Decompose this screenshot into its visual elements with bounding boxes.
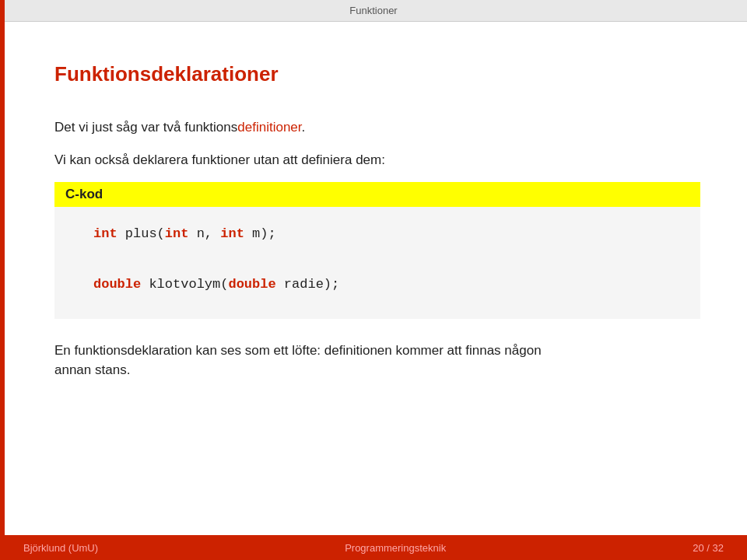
code-kw-int-2: int — [165, 226, 189, 241]
top-bar-title: Funktioner — [349, 5, 397, 16]
para1-before: Det vi just såg var två funktions — [54, 120, 237, 135]
code-line-2: double klotvolym(double radie); — [93, 273, 677, 297]
code-plus-open: plus( — [117, 226, 165, 241]
main-content: Funktionsdeklarationer Det vi just såg v… — [0, 22, 747, 411]
code-kw-int-1: int — [93, 226, 117, 241]
para1-link: definitioner — [237, 120, 301, 135]
para3-line1: En funktionsdeklaration kan ses som ett … — [54, 343, 542, 358]
code-kw-double-2: double — [228, 277, 275, 292]
code-n-comma: n, — [188, 226, 220, 241]
paragraph-1: Det vi just såg var två funktionsdefinit… — [54, 117, 700, 138]
top-bar: Funktioner — [0, 0, 747, 22]
code-m-close: m); — [244, 226, 276, 241]
footer-right: 20 / 32 — [693, 542, 724, 554]
footer-bar: Björklund (UmU) Programmeringsteknik 20 … — [0, 535, 747, 560]
paragraph-2: Vi kan också deklarera funktioner utan a… — [54, 150, 700, 170]
ckod-bar: C-kod — [54, 182, 700, 207]
footer-center: Programmeringsteknik — [345, 542, 446, 554]
code-line-1: int plus(int n, int m); — [93, 222, 677, 247]
code-block: int plus(int n, int m); double klotvolym… — [54, 207, 700, 319]
code-radie-close: radie); — [276, 277, 340, 292]
code-kw-double-1: double — [93, 277, 141, 292]
code-kw-int-3: int — [220, 226, 244, 241]
paragraph-3: En funktionsdeklaration kan ses som ett … — [54, 341, 700, 380]
footer-left: Björklund (UmU) — [23, 542, 98, 554]
para3-line2: annan stans. — [54, 362, 130, 377]
left-accent-bar — [0, 0, 5, 560]
code-klotvolym-open: klotvolym( — [141, 277, 228, 292]
para1-after: . — [302, 120, 306, 135]
page-title: Funktionsdeklarationer — [54, 62, 700, 86]
